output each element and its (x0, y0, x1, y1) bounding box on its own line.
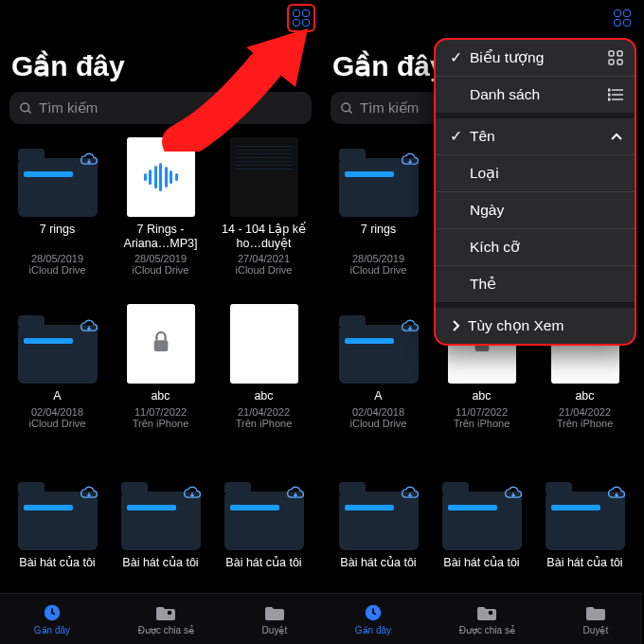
tab-bar: Gần đây Được chia sẻ Duyệt (0, 593, 321, 644)
list-icon (608, 88, 623, 101)
menu-item-icons[interactable]: ✓ Biểu tượng (436, 40, 635, 76)
file-item[interactable]: abc 11/07/2022 Trên iPhone (109, 304, 212, 463)
file-item[interactable]: Bài hát của tôi (212, 471, 315, 593)
grid-icon (293, 9, 310, 27)
tab-shared[interactable]: Được chia sẻ (138, 602, 194, 635)
file-item[interactable]: 7 rings 28/05/2019 iCloud Drive (6, 137, 109, 296)
menu-item-sort-kind[interactable]: Loại (436, 154, 635, 191)
svg-rect-13 (609, 60, 614, 64)
file-item[interactable]: 14 - 104 Lập kế ho…duyệt 27/04/2021 iClo… (212, 137, 315, 296)
chevron-right-icon (447, 320, 464, 331)
file-item[interactable]: A 02/04/2018 iCloud Drive (6, 304, 109, 463)
tab-recent[interactable]: Gần đây (34, 602, 70, 635)
grid-icon (608, 50, 623, 65)
cloud-download-icon (79, 319, 99, 334)
file-item[interactable]: 7 Rings - Ariana…MP3] 28/05/2019 iCloud … (109, 137, 212, 296)
right-screenshot: Gần đây Tìm kiếm 7 rings 28/05/2019 iClo… (321, 0, 642, 644)
tab-browse[interactable]: Duyệt (583, 602, 609, 635)
svg-rect-11 (609, 51, 614, 56)
svg-rect-12 (617, 51, 622, 56)
svg-point-20 (608, 98, 610, 100)
page-title: Gần đây (0, 25, 321, 88)
svg-point-4 (168, 611, 172, 616)
svg-rect-2 (153, 340, 168, 351)
audio-icon (144, 163, 178, 191)
lock-icon (151, 330, 171, 358)
tab-shared[interactable]: Được chia sẻ (459, 602, 515, 635)
file-item[interactable]: A 02/04/2018 iCloud Drive (327, 304, 430, 463)
checkmark-icon: ✓ (447, 49, 464, 66)
search-input[interactable]: Tìm kiếm (9, 92, 312, 124)
menu-item-sort-name[interactable]: ✓ Tên (436, 113, 635, 154)
file-grid: 7 rings 28/05/2019 iCloud Drive 7 Rings … (0, 132, 321, 593)
view-mode-button[interactable] (287, 4, 315, 32)
tab-browse[interactable]: Duyệt (262, 602, 288, 635)
svg-point-0 (21, 102, 29, 111)
menu-item-sort-tags[interactable]: Thẻ (436, 265, 635, 302)
file-item[interactable]: Bài hát của tôi (533, 471, 636, 593)
svg-point-19 (608, 94, 610, 96)
tab-bar: Gần đây Được chia sẻ Duyệt (321, 593, 642, 644)
tab-recent[interactable]: Gần đây (355, 602, 391, 635)
grid-icon (614, 9, 631, 27)
svg-point-18 (608, 89, 610, 91)
file-item[interactable]: Bài hát của tôi (430, 471, 533, 593)
folder-icon (263, 602, 286, 623)
file-item[interactable]: Bài hát của tôi (6, 471, 109, 593)
checkmark-icon: ✓ (447, 128, 464, 145)
cloud-download-icon (79, 152, 99, 168)
file-item[interactable]: Bài hát của tôi (109, 471, 212, 593)
search-icon (19, 101, 33, 116)
svg-point-10 (489, 611, 493, 616)
view-mode-button[interactable] (608, 4, 636, 32)
svg-rect-14 (617, 60, 622, 64)
folder-shared-icon (154, 602, 177, 623)
menu-item-sort-size[interactable]: Kích cỡ (436, 228, 635, 265)
clock-icon (42, 602, 63, 623)
file-item[interactable]: abc 21/04/2022 Trên iPhone (212, 304, 315, 463)
svg-line-1 (27, 110, 30, 113)
menu-item-sort-date[interactable]: Ngày (436, 191, 635, 228)
file-item[interactable]: 7 rings 28/05/2019 iCloud Drive (327, 137, 430, 296)
file-item[interactable]: Bài hát của tôi (327, 471, 430, 593)
search-placeholder: Tìm kiếm (39, 99, 98, 116)
svg-line-7 (349, 110, 351, 113)
search-icon (340, 101, 354, 116)
left-screenshot: Gần đây Tìm kiếm 7 rings 28/05/2019 iClo… (0, 0, 321, 644)
svg-point-6 (342, 102, 350, 111)
menu-item-view-options[interactable]: Tùy chọn Xem (436, 302, 635, 344)
menu-item-list[interactable]: Danh sách (436, 76, 635, 113)
view-options-menu: ✓ Biểu tượng Danh sách ✓ Tên Loại Ngày K… (434, 38, 636, 346)
chevron-up-icon (610, 132, 623, 141)
